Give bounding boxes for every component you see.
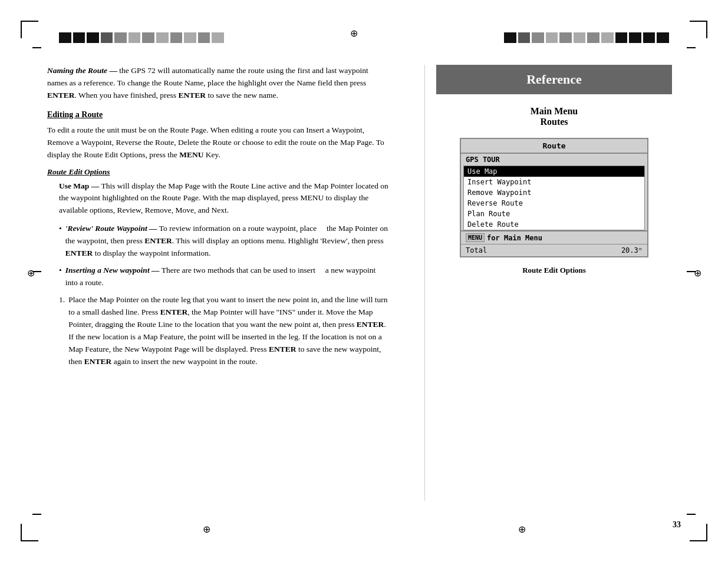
corner-tl [21,21,38,38]
reference-banner: Reference [436,65,672,94]
bottom-crosshair-right: ⊕ [516,523,528,535]
gps-menu-item-reverse-route: Reverse Route [464,198,644,209]
corner-bl [21,524,38,541]
divider [424,65,425,501]
gps-device: Route GPS TOUR Use Map Insert Waypoint R… [460,138,648,257]
top-bar-right [504,32,669,43]
gps-menu-item-remove-waypoint: Remove Waypoint [464,187,644,198]
main-menu-label: Main Menu [436,106,672,117]
right-crosshair: ⊕ [691,267,703,279]
corner-br [690,524,707,541]
side-mark-right-top [687,47,696,48]
routes-label: Routes [436,117,672,127]
corner-tr [690,21,707,38]
side-mark-right-bot [687,514,696,515]
page: ⊕ ⊕ ⊕ Naming the Route — the GPS 72 will… [0,0,728,562]
editing-route-para: To edit a route the unit must be on the … [47,124,389,161]
naming-route-para: Naming the Route — the GPS 72 will autom… [47,65,389,102]
right-col-title: Main Menu Routes [436,106,672,127]
right-column: Reference Main Menu Routes Route GPS TOU… [436,65,672,275]
route-edit-options-heading: Route Edit Options [47,167,389,177]
side-mark-left-top [32,47,41,48]
editing-route-heading: Editing a Route [47,110,389,120]
gps-total-label: Total [466,246,487,254]
gps-footer: MENU for Main Menu [461,230,647,244]
side-mark-left-bot [32,514,41,515]
naming-route-bold: Naming the Route — [47,66,117,75]
gps-menu-item-use-map: Use Map [464,166,644,177]
use-map-para: Use Map — This will display the Map Page… [59,180,389,217]
bottom-crosshair-left: ⊕ [200,523,212,535]
review-bullet: • 'Review' Route Waypoint — To review in… [59,223,389,260]
top-bar-left [59,32,224,43]
gps-total-row: Total 20.3ⁿ [461,244,647,256]
numbered-item-1: 1. Place the Map Pointer on the route le… [59,294,389,368]
gps-menu: Use Map Insert Waypoint Remove Waypoint … [463,166,645,230]
gps-menu-label: MENU [466,233,485,242]
route-edit-caption: Route Edit Options [436,266,672,275]
gps-menu-item-delete-route: Delete Route [464,219,644,230]
gps-route-header: Route [461,139,647,154]
top-crosshair-left: ⊕ [348,27,360,39]
gps-tour-row: GPS TOUR [461,154,647,166]
left-column: Naming the Route — the GPS 72 will autom… [47,65,389,372]
gps-menu-item-insert-waypoint: Insert Waypoint [464,177,644,187]
gps-total-value: 20.3ⁿ [621,246,643,254]
gps-for-main-menu: for Main Menu [487,234,542,242]
gps-menu-item-plan-route: Plan Route [464,209,644,219]
inserting-bullet: • Inserting a New waypoint — There are t… [59,265,389,289]
page-number: 33 [673,520,681,530]
left-crosshair: ⊕ [25,267,37,279]
reference-title: Reference [526,72,582,87]
